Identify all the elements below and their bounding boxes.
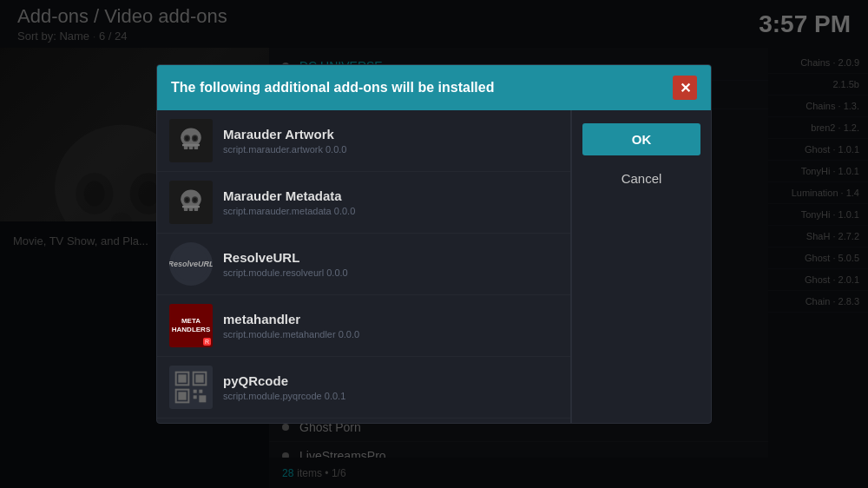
close-button[interactable]: ✕ bbox=[673, 76, 697, 100]
addon-name: Marauder Artwork bbox=[223, 127, 558, 142]
addon-name: metahandler bbox=[223, 312, 558, 326]
addon-info: pyQRcode script.module.pyqrcode 0.0.1 bbox=[223, 373, 558, 401]
svg-point-27 bbox=[193, 198, 197, 202]
list-item: ResolveURL ResolveURL script.module.reso… bbox=[157, 234, 570, 295]
addon-install-dialog: The following additional add-ons will be… bbox=[156, 64, 712, 424]
addon-name: Marauder Metadata bbox=[223, 188, 558, 203]
svg-rect-29 bbox=[178, 374, 186, 382]
modal-body: Marauder Artwork script.marauder.artwork… bbox=[157, 110, 711, 423]
meta-icon-label: METAHANDLERS bbox=[172, 317, 210, 335]
svg-rect-31 bbox=[195, 374, 203, 382]
addon-install-list: Marauder Artwork script.marauder.artwork… bbox=[157, 110, 572, 423]
svg-rect-33 bbox=[178, 392, 186, 399]
svg-point-26 bbox=[185, 198, 189, 202]
list-item: METAHANDLERS R metahandler script.module… bbox=[157, 295, 570, 357]
addon-id: script.module.metahandler 0.0.0 bbox=[223, 329, 558, 340]
modal-actions: OK Cancel bbox=[572, 110, 711, 423]
modal-title: The following additional add-ons will be… bbox=[171, 80, 494, 96]
addon-info: ResolveURL script.module.resolveurl 0.0.… bbox=[223, 250, 558, 278]
skull-icon bbox=[174, 185, 208, 220]
skull-icon bbox=[174, 123, 208, 158]
svg-rect-14 bbox=[182, 144, 200, 147]
cancel-button[interactable]: Cancel bbox=[582, 162, 700, 195]
addon-name: ResolveURL bbox=[223, 250, 558, 265]
svg-rect-37 bbox=[199, 395, 206, 402]
qr-icon bbox=[174, 370, 208, 405]
modal-overlay: The following additional add-ons will be… bbox=[0, 0, 868, 488]
resolve-icon: ResolveURL bbox=[174, 247, 208, 281]
svg-rect-36 bbox=[194, 395, 197, 399]
addon-icon-marauder-artwork bbox=[169, 119, 213, 162]
svg-point-18 bbox=[193, 136, 197, 141]
list-item: pyQRcode script.module.pyqrcode 0.0.1 bbox=[157, 357, 570, 419]
addon-id: script.marauder.metadata 0.0.0 bbox=[223, 206, 558, 216]
addon-id: script.marauder.artwork 0.0.0 bbox=[223, 144, 558, 155]
list-item: Marauder Artwork script.marauder.artwork… bbox=[157, 110, 570, 172]
addon-id: script.module.resolveurl 0.0.0 bbox=[223, 267, 558, 278]
list-item: Marauder Metadata script.marauder.metada… bbox=[157, 172, 570, 234]
svg-point-17 bbox=[185, 136, 189, 141]
close-icon: ✕ bbox=[680, 80, 691, 96]
addon-icon-metahandler: METAHANDLERS R bbox=[169, 304, 213, 347]
addon-info: metahandler script.module.metahandler 0.… bbox=[223, 312, 558, 340]
svg-rect-34 bbox=[194, 390, 197, 393]
addon-icon-pyqrcode bbox=[169, 366, 213, 409]
addon-info: Marauder Artwork script.marauder.artwork… bbox=[223, 127, 558, 155]
meta-badge: R bbox=[203, 338, 211, 346]
addon-info: Marauder Metadata script.marauder.metada… bbox=[223, 188, 558, 216]
ok-button[interactable]: OK bbox=[582, 123, 700, 155]
addon-icon-resolveurl: ResolveURL bbox=[169, 242, 213, 286]
modal-header: The following additional add-ons will be… bbox=[157, 65, 711, 110]
addon-id: script.module.pyqrcode 0.0.1 bbox=[223, 391, 558, 401]
svg-rect-35 bbox=[199, 390, 202, 393]
addon-icon-marauder-metadata bbox=[169, 181, 213, 224]
addon-name: pyQRcode bbox=[223, 373, 558, 388]
svg-rect-23 bbox=[182, 206, 200, 208]
